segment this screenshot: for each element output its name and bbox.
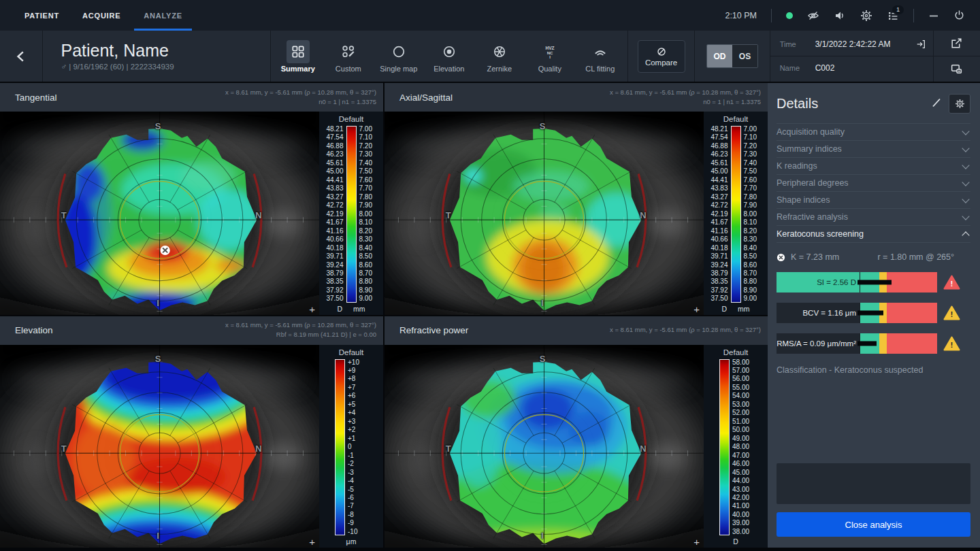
scale-tick-label: 8.00	[359, 211, 379, 218]
scale-tick-label: 8.10	[359, 219, 379, 226]
tab-patient[interactable]: PATIENT	[24, 0, 59, 31]
refractive-map[interactable]: S I T N +	[385, 345, 704, 548]
divider	[771, 9, 772, 22]
single-map-circle-icon	[387, 40, 410, 63]
tangential-map[interactable]: S I T N +	[0, 112, 319, 315]
scale-tick-label: 53.00	[732, 401, 752, 408]
compass-superior: S	[540, 120, 546, 131]
power-icon[interactable]	[953, 10, 965, 21]
status-dot-icon	[786, 12, 793, 19]
tab-acquire[interactable]: ACQUIRE	[82, 0, 120, 31]
divider	[913, 9, 914, 22]
tool-quality[interactable]: HVZ NC I Quality	[529, 40, 570, 73]
share-export-icon[interactable]	[934, 31, 980, 56]
tool-zernike[interactable]: Zernike	[479, 40, 520, 73]
scale-tick-label: 8.30	[744, 236, 764, 243]
os-toggle[interactable]: OS	[732, 45, 757, 67]
section-keratoconus-screening[interactable]: Keratoconus screening	[777, 226, 970, 243]
elevation-map[interactable]: S I T N +	[0, 345, 319, 548]
close-analysis-button[interactable]: Close analysis	[777, 512, 970, 537]
expand-map-icon[interactable]: +	[693, 304, 700, 314]
tool-elevation[interactable]: Elevation	[429, 40, 470, 73]
top-bar: PATIENT ACQUIRE ANALYZE 2:10 PM	[0, 0, 980, 31]
tool-single-map[interactable]: Single map	[378, 40, 419, 73]
scale-tick-label: +10	[348, 359, 368, 366]
compare-button[interactable]: Compare	[638, 40, 685, 73]
scale-tick-label: 7.10	[744, 134, 764, 141]
sound-icon[interactable]	[834, 10, 846, 22]
scale-tick-label: 8.50	[744, 253, 764, 260]
scale-tick-label: 37.92	[708, 287, 728, 294]
quality-letters-icon: HVZ NC I	[538, 40, 561, 63]
scale-tick-label: 50.00	[732, 427, 752, 433]
compass-nasal: N	[640, 443, 646, 453]
scale-tick-label: 40.66	[324, 236, 344, 243]
compass-temporal: T	[61, 210, 67, 220]
section-peripheral-degrees[interactable]: Peripheral degrees	[777, 175, 970, 192]
expand-map-icon[interactable]: +	[309, 537, 315, 547]
od-os-toggle: OD OS	[706, 44, 758, 68]
section-k-readings[interactable]: K readings	[777, 158, 970, 175]
scale-tick-label: 7.70	[359, 185, 379, 192]
scale-tick-label: 42.72	[324, 202, 344, 209]
scale-tick-label: 7.60	[744, 177, 764, 184]
task-list-icon[interactable]: 1	[887, 10, 899, 22]
scale-tick-label: 39.24	[324, 262, 344, 269]
panel-axial: Axial/Sagittal x = 8.61 mm, y = -5.61 mm…	[385, 83, 768, 315]
scale-tick-label: 8.20	[359, 228, 379, 235]
warning-red-icon: !	[943, 275, 960, 290]
edit-pencil-icon[interactable]	[924, 95, 949, 114]
notification-badge: 1	[892, 5, 904, 14]
scale-tick-label: 7.90	[359, 202, 379, 209]
scale-tick-label: +5	[348, 401, 368, 408]
classification-text: Classification - Keratoconus suspected	[777, 365, 970, 375]
tool-cl-fitting[interactable]: CL fitting	[580, 40, 621, 73]
chevron-down-icon	[962, 127, 969, 135]
section-shape-indices[interactable]: Shape indices	[777, 192, 970, 209]
scale-tick-label: 47.54	[324, 134, 344, 141]
export-exam-icon[interactable]	[915, 39, 926, 50]
tool-custom[interactable]: Custom	[328, 40, 369, 73]
tab-analyze[interactable]: ANALYZE	[144, 0, 182, 31]
scale-tick-label: 41.00	[732, 503, 752, 510]
map-title: Refractive power	[385, 325, 468, 335]
tangential-header: Tangential x = 8.61 mm, y = -5.61 mm (ρ …	[0, 83, 383, 112]
tool-summary[interactable]: Summary	[278, 40, 318, 73]
minimize-icon[interactable]	[928, 10, 939, 21]
axial-map[interactable]: S I T N +	[385, 112, 704, 315]
scale-tick-label: 7.00	[744, 126, 764, 133]
scale-tick-label: 7.70	[744, 185, 764, 192]
exam-name-value: C002	[815, 63, 926, 73]
panel-tangential: Tangential x = 8.61 mm, y = -5.61 mm (ρ …	[0, 83, 383, 315]
scale-tick-label: 40.18	[708, 245, 728, 252]
compare-icon	[655, 46, 668, 58]
scale-tick-label: 7.90	[744, 202, 764, 209]
details-settings-icon[interactable]	[949, 94, 970, 114]
od-toggle[interactable]: OD	[707, 45, 732, 67]
print-screen-icon[interactable]	[934, 56, 980, 82]
scale-tick-label: 57.00	[732, 367, 752, 374]
chevron-up-icon	[962, 231, 969, 239]
section-summary-indices[interactable]: Summary indices	[777, 141, 970, 158]
settings-gear-icon[interactable]	[860, 10, 872, 22]
section-refractive-analysis[interactable]: Refractive analysis	[777, 209, 970, 226]
scale-tick-label: 58.00	[732, 359, 752, 366]
scale-tick-label: 38.00	[732, 529, 752, 535]
axial-map-image	[385, 112, 704, 315]
scale-tick-label: 42.00	[732, 495, 752, 501]
app-header: Patient, Name ♂ | 9/16/1962 (60) | 22223…	[0, 31, 980, 83]
expand-map-icon[interactable]: +	[693, 537, 700, 547]
back-button[interactable]	[0, 31, 43, 82]
scale-tick-label: 55.00	[732, 384, 752, 391]
scale-tick-label: 46.00	[732, 461, 752, 467]
scale-tick-label: 9.00	[744, 295, 764, 302]
scale-tick-label: 41.67	[324, 219, 344, 226]
section-acquisition-quality[interactable]: Acquisition quality	[777, 124, 970, 141]
notes-box[interactable]	[777, 463, 970, 504]
scale-tick-label: 46.23	[708, 151, 728, 158]
color-scale-bar	[335, 359, 345, 536]
eye-hidden-icon[interactable]	[807, 10, 819, 22]
scale-tick-label: 8.90	[359, 287, 379, 294]
svg-text:HVZ: HVZ	[545, 46, 554, 50]
expand-map-icon[interactable]: +	[309, 304, 315, 314]
